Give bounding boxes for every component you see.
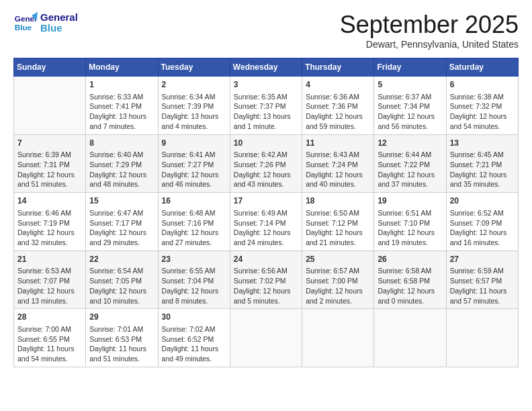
day-info: Sunrise: 6:38 AM Sunset: 7:32 PM Dayligh… <box>450 92 515 132</box>
day-info: Sunrise: 6:51 AM Sunset: 7:10 PM Dayligh… <box>378 208 442 248</box>
calendar-week-row: 28Sunrise: 7:00 AM Sunset: 6:55 PM Dayli… <box>14 309 519 367</box>
weekday-header-thursday: Thursday <box>302 58 374 77</box>
weekday-header-friday: Friday <box>374 58 446 77</box>
calendar-day-cell: 4Sunrise: 6:36 AM Sunset: 7:36 PM Daylig… <box>302 77 374 135</box>
page-header: General Blue General Blue September 2025… <box>13 11 519 50</box>
day-number: 11 <box>306 138 370 149</box>
day-number: 26 <box>378 254 442 265</box>
day-info: Sunrise: 6:42 AM Sunset: 7:26 PM Dayligh… <box>234 150 298 189</box>
calendar-day-cell: 7Sunrise: 6:39 AM Sunset: 7:31 PM Daylig… <box>14 134 86 193</box>
day-number: 19 <box>378 195 442 207</box>
calendar-day-cell: 30Sunrise: 7:02 AM Sunset: 6:52 PM Dayli… <box>158 309 230 367</box>
calendar-day-cell: 6Sunrise: 6:38 AM Sunset: 7:32 PM Daylig… <box>446 77 518 135</box>
weekday-header-monday: Monday <box>86 58 158 77</box>
day-number: 27 <box>450 254 515 265</box>
title-block: September 2025 Dewart, Pennsylvania, Uni… <box>340 11 519 50</box>
calendar-day-cell <box>230 309 302 367</box>
calendar-day-cell: 20Sunrise: 6:52 AM Sunset: 7:09 PM Dayli… <box>446 193 518 251</box>
calendar-day-cell: 21Sunrise: 6:53 AM Sunset: 7:07 PM Dayli… <box>14 250 86 309</box>
weekday-header-tuesday: Tuesday <box>158 58 230 77</box>
day-info: Sunrise: 7:02 AM Sunset: 6:52 PM Dayligh… <box>162 324 226 364</box>
day-info: Sunrise: 6:54 AM Sunset: 7:05 PM Dayligh… <box>89 266 154 306</box>
calendar-day-cell <box>14 77 86 135</box>
calendar-day-cell: 29Sunrise: 7:01 AM Sunset: 6:53 PM Dayli… <box>86 309 158 367</box>
calendar-day-cell <box>374 309 446 367</box>
calendar-day-cell: 22Sunrise: 6:54 AM Sunset: 7:05 PM Dayli… <box>86 250 158 309</box>
day-info: Sunrise: 7:00 AM Sunset: 6:55 PM Dayligh… <box>17 324 82 364</box>
month-title: September 2025 <box>340 11 519 39</box>
calendar-day-cell: 28Sunrise: 7:00 AM Sunset: 6:55 PM Dayli… <box>14 309 86 367</box>
day-info: Sunrise: 6:50 AM Sunset: 7:12 PM Dayligh… <box>306 208 370 248</box>
day-info: Sunrise: 6:48 AM Sunset: 7:16 PM Dayligh… <box>162 208 226 248</box>
day-info: Sunrise: 6:33 AM Sunset: 7:41 PM Dayligh… <box>89 92 154 132</box>
day-number: 20 <box>450 195 515 207</box>
day-info: Sunrise: 6:55 AM Sunset: 7:04 PM Dayligh… <box>162 266 226 306</box>
day-number: 14 <box>17 195 82 207</box>
day-info: Sunrise: 6:34 AM Sunset: 7:39 PM Dayligh… <box>162 92 226 132</box>
calendar-day-cell: 18Sunrise: 6:50 AM Sunset: 7:12 PM Dayli… <box>302 193 374 251</box>
day-number: 5 <box>378 79 442 91</box>
day-number: 13 <box>450 138 515 149</box>
calendar-day-cell: 23Sunrise: 6:55 AM Sunset: 7:04 PM Dayli… <box>158 250 230 309</box>
day-number: 9 <box>162 138 226 149</box>
day-info: Sunrise: 6:59 AM Sunset: 6:57 PM Dayligh… <box>450 266 515 306</box>
calendar-day-cell: 9Sunrise: 6:41 AM Sunset: 7:27 PM Daylig… <box>158 134 230 193</box>
generalblue-logo-icon: General Blue <box>13 11 38 35</box>
day-number: 4 <box>306 79 370 91</box>
calendar-day-cell: 12Sunrise: 6:44 AM Sunset: 7:22 PM Dayli… <box>374 134 446 193</box>
calendar-week-row: 14Sunrise: 6:46 AM Sunset: 7:19 PM Dayli… <box>14 193 519 251</box>
day-number: 8 <box>89 138 154 149</box>
day-number: 25 <box>306 254 370 265</box>
calendar-day-cell: 24Sunrise: 6:56 AM Sunset: 7:02 PM Dayli… <box>230 250 302 309</box>
calendar-week-row: 21Sunrise: 6:53 AM Sunset: 7:07 PM Dayli… <box>14 250 519 309</box>
calendar-day-cell: 17Sunrise: 6:49 AM Sunset: 7:14 PM Dayli… <box>230 193 302 251</box>
day-number: 22 <box>89 254 154 265</box>
calendar-week-row: 1Sunrise: 6:33 AM Sunset: 7:41 PM Daylig… <box>14 77 519 135</box>
weekday-header-sunday: Sunday <box>14 58 86 77</box>
day-number: 1 <box>89 79 154 91</box>
day-info: Sunrise: 7:01 AM Sunset: 6:53 PM Dayligh… <box>89 324 154 364</box>
calendar-week-row: 7Sunrise: 6:39 AM Sunset: 7:31 PM Daylig… <box>14 134 519 193</box>
calendar-day-cell: 25Sunrise: 6:57 AM Sunset: 7:00 PM Dayli… <box>302 250 374 309</box>
day-number: 16 <box>162 195 226 207</box>
day-info: Sunrise: 6:39 AM Sunset: 7:31 PM Dayligh… <box>17 150 82 189</box>
day-number: 12 <box>378 138 442 149</box>
calendar-day-cell: 14Sunrise: 6:46 AM Sunset: 7:19 PM Dayli… <box>14 193 86 251</box>
weekday-header-wednesday: Wednesday <box>230 58 302 77</box>
calendar-day-cell: 5Sunrise: 6:37 AM Sunset: 7:34 PM Daylig… <box>374 77 446 135</box>
day-info: Sunrise: 6:41 AM Sunset: 7:27 PM Dayligh… <box>162 150 226 189</box>
day-info: Sunrise: 6:44 AM Sunset: 7:22 PM Dayligh… <box>378 150 442 189</box>
day-number: 17 <box>234 195 298 207</box>
day-info: Sunrise: 6:46 AM Sunset: 7:19 PM Dayligh… <box>17 208 82 248</box>
day-info: Sunrise: 6:49 AM Sunset: 7:14 PM Dayligh… <box>234 208 298 248</box>
calendar-day-cell: 19Sunrise: 6:51 AM Sunset: 7:10 PM Dayli… <box>374 193 446 251</box>
day-number: 15 <box>89 195 154 207</box>
calendar-day-cell <box>302 309 374 367</box>
logo-line2: Blue <box>40 23 78 34</box>
day-number: 3 <box>234 79 298 91</box>
day-number: 28 <box>17 312 82 323</box>
calendar-day-cell: 11Sunrise: 6:43 AM Sunset: 7:24 PM Dayli… <box>302 134 374 193</box>
day-info: Sunrise: 6:47 AM Sunset: 7:17 PM Dayligh… <box>89 208 154 248</box>
logo-line1: General <box>40 12 78 24</box>
day-number: 18 <box>306 195 370 207</box>
calendar-day-cell: 8Sunrise: 6:40 AM Sunset: 7:29 PM Daylig… <box>86 134 158 193</box>
day-info: Sunrise: 6:52 AM Sunset: 7:09 PM Dayligh… <box>450 208 515 248</box>
day-number: 7 <box>17 138 82 149</box>
calendar-day-cell: 27Sunrise: 6:59 AM Sunset: 6:57 PM Dayli… <box>446 250 518 309</box>
day-number: 30 <box>162 312 226 323</box>
calendar-day-cell: 1Sunrise: 6:33 AM Sunset: 7:41 PM Daylig… <box>86 77 158 135</box>
day-info: Sunrise: 6:40 AM Sunset: 7:29 PM Dayligh… <box>89 150 154 189</box>
day-number: 6 <box>450 79 515 91</box>
day-number: 29 <box>89 312 154 323</box>
day-info: Sunrise: 6:56 AM Sunset: 7:02 PM Dayligh… <box>234 266 298 306</box>
day-info: Sunrise: 6:57 AM Sunset: 7:00 PM Dayligh… <box>306 266 370 306</box>
day-info: Sunrise: 6:58 AM Sunset: 6:58 PM Dayligh… <box>378 266 442 306</box>
day-info: Sunrise: 6:43 AM Sunset: 7:24 PM Dayligh… <box>306 150 370 189</box>
svg-text:Blue: Blue <box>15 23 32 32</box>
calendar-day-cell: 2Sunrise: 6:34 AM Sunset: 7:39 PM Daylig… <box>158 77 230 135</box>
calendar-day-cell <box>446 309 518 367</box>
logo: General Blue General Blue <box>13 11 78 35</box>
day-info: Sunrise: 6:35 AM Sunset: 7:37 PM Dayligh… <box>234 92 298 132</box>
day-number: 23 <box>162 254 226 265</box>
